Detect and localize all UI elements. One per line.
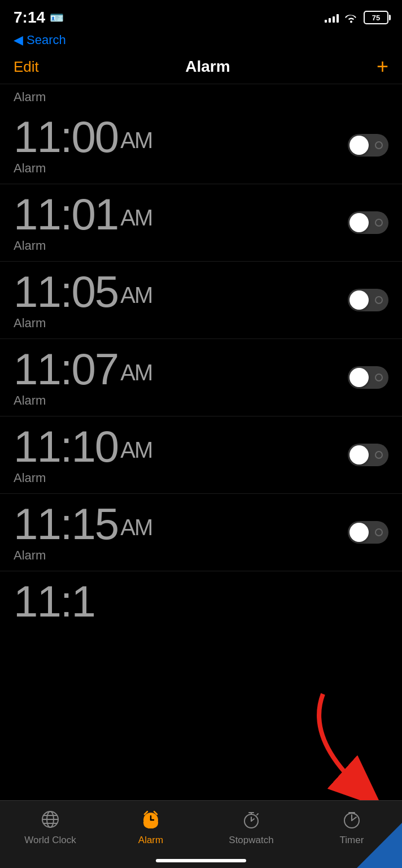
alarm-label: Alarm	[14, 161, 152, 176]
alarm-item[interactable]: 11:15AM Alarm	[0, 494, 402, 571]
toggle-knob	[349, 290, 369, 310]
alarm-item-partial: 11:1	[0, 571, 402, 624]
alarm-toggle[interactable]	[348, 521, 388, 544]
signal-bar-3	[333, 16, 335, 23]
alarm-label: Alarm	[14, 316, 152, 331]
signal-bar-1	[325, 20, 327, 23]
alarm-time-container: 11:10AM Alarm	[14, 424, 152, 485]
alarm-item[interactable]: 11:07AM Alarm	[0, 339, 402, 416]
alarm-tab-label: Alarm	[138, 835, 163, 846]
alarm-time-display: 11:15AM	[14, 502, 152, 546]
toggle-circle	[375, 374, 383, 381]
page-title: Alarm	[185, 58, 230, 76]
toggle-knob	[349, 136, 369, 155]
alarm-time-container: 11:15AM Alarm	[14, 502, 152, 563]
toggle-circle	[375, 296, 383, 304]
alarm-ampm: AM	[120, 128, 152, 153]
battery-level: 75	[372, 14, 380, 22]
contact-icon: 🪪	[50, 11, 64, 24]
alarm-time-display: 11:01AM	[14, 192, 152, 236]
signal-bars	[325, 12, 339, 23]
toggle-knob	[349, 368, 369, 387]
alarm-time-display: 11:00AM	[14, 115, 152, 159]
alarm-time-container: 11:01AM Alarm	[14, 192, 152, 253]
alarm-time-container: 11:07AM Alarm	[14, 347, 152, 408]
signal-bar-2	[329, 18, 331, 23]
timer-label: Timer	[340, 835, 364, 846]
alarm-time-display: 11:10AM	[14, 424, 152, 468]
time-display: 7:14	[14, 8, 45, 27]
alarm-toggle[interactable]	[348, 211, 388, 234]
tab-world-clock[interactable]: World Clock	[0, 808, 100, 846]
alarm-time-display: 11:05AM	[14, 270, 152, 314]
edit-button[interactable]: Edit	[14, 58, 39, 76]
toggle-circle	[375, 219, 383, 227]
alarm-item[interactable]: 11:05AM Alarm	[0, 262, 402, 339]
alarm-toggle[interactable]	[348, 134, 388, 157]
back-nav[interactable]: ◀ Search	[0, 31, 402, 52]
stopwatch-label: Stopwatch	[229, 835, 273, 846]
status-time: 7:14 🪪	[14, 8, 64, 27]
world-clock-icon	[38, 808, 62, 831]
alarm-label: Alarm	[14, 548, 152, 563]
add-alarm-button[interactable]: +	[377, 57, 388, 77]
alarm-label: Alarm	[14, 238, 152, 253]
home-indicator	[156, 859, 246, 862]
back-label[interactable]: ◀ Search	[14, 33, 66, 47]
battery-indicator: 75	[364, 11, 388, 24]
signal-bar-4	[337, 14, 339, 23]
nav-bar: Edit Alarm +	[0, 52, 402, 84]
alarm-label: Alarm	[14, 393, 152, 408]
toggle-knob	[349, 213, 369, 232]
alarm-toggle[interactable]	[348, 444, 388, 466]
stopwatch-icon	[239, 808, 263, 831]
alarm-toggle[interactable]	[348, 366, 388, 389]
alarm-item[interactable]: 11:10AM Alarm	[0, 416, 402, 494]
alarm-toggle[interactable]	[348, 289, 388, 311]
tab-stopwatch[interactable]: Stopwatch	[201, 808, 302, 846]
status-right: 75	[325, 11, 388, 24]
toggle-circle	[375, 528, 383, 536]
status-bar: 7:14 🪪 75	[0, 0, 402, 31]
toggle-circle	[375, 451, 383, 459]
red-arrow	[278, 683, 391, 807]
alarm-icon	[139, 808, 163, 831]
toggle-knob	[349, 445, 369, 465]
svg-line-17	[257, 814, 258, 815]
alarm-time-display: 11:07AM	[14, 347, 152, 391]
alarm-label: Alarm	[14, 471, 152, 485]
section-header: Alarm	[0, 84, 402, 107]
toggle-circle	[375, 141, 383, 149]
alarm-ampm: AM	[120, 205, 152, 230]
alarm-item[interactable]: 11:00AM Alarm	[0, 107, 402, 184]
alarm-list: 11:00AM Alarm 11:01AM Alarm 11:05AM Alar…	[0, 107, 402, 624]
world-clock-label: World Clock	[24, 835, 76, 846]
alarm-time-container: 11:05AM Alarm	[14, 270, 152, 331]
alarm-ampm: AM	[120, 283, 152, 307]
timer-icon	[340, 808, 364, 831]
alarm-ampm: AM	[120, 360, 152, 385]
wifi-icon	[344, 12, 358, 23]
alarm-time-partial: 11:1	[14, 579, 388, 624]
alarm-ampm: AM	[120, 515, 152, 540]
toggle-knob	[349, 523, 369, 542]
alarm-time-container: 11:00AM Alarm	[14, 115, 152, 176]
alarm-ampm: AM	[120, 437, 152, 462]
tab-alarm[interactable]: Alarm	[100, 808, 201, 846]
tab-bar: World Clock Alarm	[0, 800, 402, 868]
alarm-item[interactable]: 11:01AM Alarm	[0, 184, 402, 262]
